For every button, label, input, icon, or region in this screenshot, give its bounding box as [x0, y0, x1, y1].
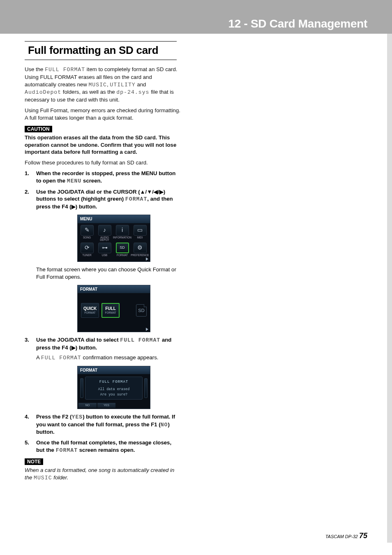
right-tab-icon	[144, 378, 148, 398]
left-tab-icon	[80, 378, 83, 398]
full-format-option: FULLFORMAT	[101, 303, 120, 318]
confirm-panel-title: FULL FORMAT	[88, 379, 140, 384]
step-2-followup: The format screen where you can choose Q…	[36, 266, 181, 281]
note-label: NOTE	[25, 458, 43, 465]
chapter-title: 12 - SD Card Management	[228, 17, 367, 30]
step-3: 3. Use the JOG/DATA dial to select FULL …	[25, 336, 181, 409]
format-icon: SD	[120, 245, 125, 250]
menu-screenshot: MENU ✎SONG ♪AUDIO DEPOT iINFORMATION ▭MI…	[77, 215, 181, 262]
step-3-followup: A FULL FORMAT confirmation message appea…	[36, 354, 181, 362]
format-screenshot-title: FORMAT	[78, 285, 150, 294]
caution-label: CAUTION	[25, 126, 52, 132]
section-title: Full formatting an SD card	[25, 41, 177, 60]
midi-icon: ▭	[137, 226, 143, 234]
audio-depot-icon: ♪	[103, 226, 106, 234]
quick-format-option: QUICKFORMAT	[81, 303, 99, 318]
confirm-yes-button: YES	[97, 403, 115, 408]
information-icon: i	[122, 226, 123, 234]
tuner-icon: ⟳	[85, 244, 90, 252]
confirm-line-2: Are you sure?	[88, 392, 140, 398]
page-number: 75	[359, 532, 367, 540]
usb-icon: ⊶	[102, 244, 108, 252]
step-4: 4. Press the F2 (YES) button to execute …	[25, 413, 181, 436]
sd-card-icon: SD	[136, 304, 147, 317]
triangle-right-icon	[146, 257, 148, 261]
right-margin-rail	[387, 34, 392, 543]
confirm-screenshot-title: FORMAT	[78, 366, 150, 375]
intro-paragraph-2: Using Full Format, memory errors are che…	[25, 107, 181, 122]
step-5: 5. Once the full format completes, the m…	[25, 439, 181, 454]
caution-text: This operation erases all the data from …	[25, 134, 181, 156]
format-options-screenshot: FORMAT QUICKFORMAT FULLFORMAT SD	[77, 285, 181, 333]
chapter-header: 12 - SD Card Management	[0, 0, 392, 34]
step-1: 1. When the recorder is stopped, press t…	[25, 170, 181, 185]
footer-brand: TASCAM DP-32	[325, 534, 359, 539]
triangle-right-icon	[146, 328, 148, 331]
page-top-tab	[0, 0, 29, 12]
confirm-no-button: NO	[78, 403, 97, 408]
confirm-screenshot: FORMAT FULL FORMAT All data erased Are y…	[77, 366, 181, 409]
note-text: When a card is formatted, one song is au…	[25, 467, 181, 482]
page-footer: TASCAM DP-32 75	[325, 532, 367, 540]
song-icon: ✎	[85, 226, 90, 234]
step-2: 2. Use the JOG/DATA dial or the CURSOR (…	[25, 188, 181, 333]
menu-screenshot-title: MENU	[78, 215, 150, 223]
intro-paragraph-1: Use the FULL FORMAT item to completely f…	[25, 66, 181, 104]
confirm-line-1: All data erased	[88, 387, 140, 392]
preference-icon: ⚙	[137, 244, 143, 252]
follow-text: Follow these procedures to fully format …	[25, 159, 181, 166]
